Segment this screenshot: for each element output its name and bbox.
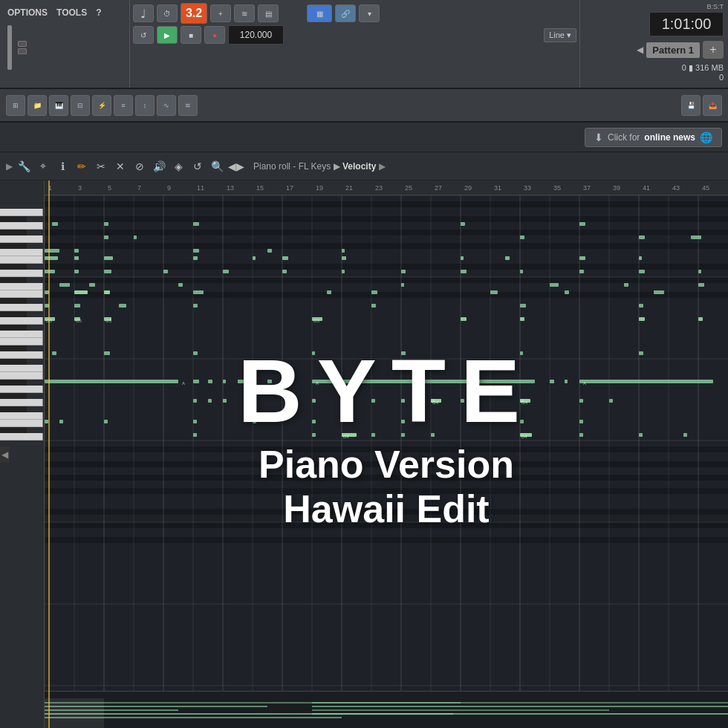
memory-display: 0 ▮ 316 MB (682, 63, 724, 73)
export-btn[interactable]: 📤 (703, 95, 722, 116)
stop-btn[interactable]: ■ (181, 26, 201, 44)
beat-display: 3.2 (181, 3, 207, 24)
help-menu[interactable]: ? (93, 6, 104, 19)
save-btn[interactable]: 💾 (681, 95, 701, 116)
prev-arrow[interactable]: ▶ (6, 161, 13, 172)
svg-rect-120 (208, 380, 212, 383)
svg-rect-51 (342, 249, 345, 253)
svg-rect-48 (74, 249, 79, 253)
svg-rect-164 (401, 433, 405, 437)
velocity-label[interactable]: Velocity (342, 161, 376, 172)
svg-rect-163 (371, 433, 375, 437)
svg-rect-75 (698, 270, 701, 273)
svg-text:D4: D4 (521, 435, 527, 439)
svg-rect-91 (654, 290, 664, 294)
mixer-btn[interactable]: ⊞ (6, 95, 25, 116)
svg-rect-118 (45, 380, 178, 383)
piano-roll-btn[interactable]: 🎹 (49, 95, 68, 116)
channel-rack-btn[interactable]: ≡ (114, 95, 133, 116)
tempo-icon-btn[interactable]: ♩ (133, 4, 154, 22)
plugin-btn[interactable]: ⚡ (92, 95, 111, 116)
time-display: 1:01:00 (649, 12, 724, 36)
svg-rect-133 (193, 399, 197, 403)
piano-roll-main: ◀ Key rows every ~12px per semitone B6 A… (0, 181, 728, 728)
svg-rect-65 (104, 270, 111, 273)
audio-icon[interactable]: ◀▶ (228, 158, 244, 175)
record-btn[interactable]: ● (204, 26, 225, 44)
undo-btn[interactable]: ↺ (133, 26, 154, 44)
news-bar: ⬇ Click for online news 🌐 (0, 123, 728, 152)
svg-text:D4: D4 (343, 435, 349, 439)
pattern-value: Pattern 1 (652, 45, 694, 56)
step-seq-btn[interactable]: ⊟ (71, 95, 90, 116)
svg-rect-135 (223, 399, 227, 403)
svg-rect-82 (698, 283, 704, 287)
svg-rect-59 (461, 256, 464, 260)
more-btn[interactable]: ▾ (359, 4, 380, 22)
svg-rect-137 (312, 399, 316, 403)
svg-rect-110 (698, 317, 703, 321)
line-dropdown[interactable]: Line ▾ (544, 28, 576, 42)
grid-area[interactable]: 1 3 5 7 9 11 13 15 17 19 21 23 25 27 29 … (45, 181, 728, 728)
tools-menu[interactable]: TOOLS (53, 6, 90, 19)
svg-rect-55 (193, 256, 198, 260)
play-btn[interactable]: ▶ (157, 26, 178, 44)
svg-rect-76 (59, 283, 70, 287)
info-icon[interactable]: ℹ (54, 158, 71, 175)
pencil-icon[interactable]: ✏ (74, 158, 90, 175)
svg-rect-124 (267, 380, 272, 383)
svg-rect-72 (520, 270, 523, 273)
minimap-notes (45, 698, 728, 728)
mute-icon[interactable]: ⊘ (131, 158, 148, 175)
add-btn[interactable]: + (210, 4, 231, 22)
piano-roll-header: ▶ 🔧 ⌖ ℹ ✏ ✂ ✕ ⊘ 🔊 ◈ ↺ 🔍 ◀▶ Piano roll - … (0, 152, 728, 181)
bst-label: B:S:T (706, 3, 724, 10)
svg-rect-89 (490, 290, 498, 294)
counter2-display: 0 (682, 73, 724, 82)
svg-text:A: A (316, 381, 319, 386)
loop-icon-btn[interactable]: ⏱ (157, 4, 178, 22)
svg-rect-125 (282, 380, 285, 383)
svg-rect-114 (312, 351, 315, 355)
svg-rect-78 (178, 283, 183, 287)
browser-btn[interactable]: 📁 (27, 95, 47, 116)
svg-rect-127 (550, 380, 554, 383)
zoom-icon[interactable]: 🔍 (209, 158, 225, 175)
volume-icon[interactable]: 🔊 (151, 158, 167, 175)
svg-rect-134 (208, 399, 212, 403)
fx-btn[interactable]: ∿ (157, 95, 176, 116)
news-button[interactable]: ⬇ Click for online news 🌐 (585, 128, 722, 147)
grid-canvas: G5 G5 G5 G5 (45, 195, 728, 691)
counter1: 0 (682, 63, 686, 72)
channel-icon[interactable]: ▤ (258, 4, 279, 22)
wrench-icon[interactable]: 🔧 (16, 158, 32, 175)
pattern-add-btn[interactable]: + (703, 41, 724, 59)
svg-rect-151 (59, 420, 63, 423)
svg-rect-54 (104, 256, 113, 260)
options-menu[interactable]: OPTIONS (4, 6, 51, 19)
svg-rect-158 (579, 420, 583, 423)
select-icon[interactable]: ⌖ (35, 158, 51, 175)
svg-rect-38 (104, 222, 108, 226)
mixer-view-btn[interactable]: ↕ (135, 95, 155, 116)
svg-rect-140 (401, 399, 405, 403)
svg-rect-63 (45, 270, 55, 273)
svg-rect-147 (609, 399, 613, 403)
eq-btn[interactable]: ≋ (178, 95, 198, 116)
svg-text:G4: G4 (432, 400, 439, 405)
playlist-btn[interactable]: ▦ (307, 4, 332, 22)
scissors-icon[interactable]: ✂ (93, 158, 109, 175)
link-btn[interactable]: 🔗 (335, 4, 356, 22)
loop-icon[interactable]: ↺ (189, 158, 206, 175)
bpm-value: 120.000 (240, 30, 272, 40)
collapse-arrow[interactable]: ◀ (0, 446, 10, 463)
svg-rect-111 (52, 351, 56, 355)
svg-rect-168 (579, 433, 583, 437)
svg-rect-156 (401, 420, 405, 423)
delete-icon[interactable]: ✕ (112, 158, 129, 175)
breadcrumb: Piano roll - FL Keys ▶ Velocity ▶ (253, 161, 386, 172)
ghost-icon[interactable]: ◈ (170, 158, 186, 175)
svg-rect-50 (267, 249, 272, 253)
svg-rect-68 (282, 270, 287, 273)
pattern-icon[interactable]: ≋ (234, 4, 255, 22)
